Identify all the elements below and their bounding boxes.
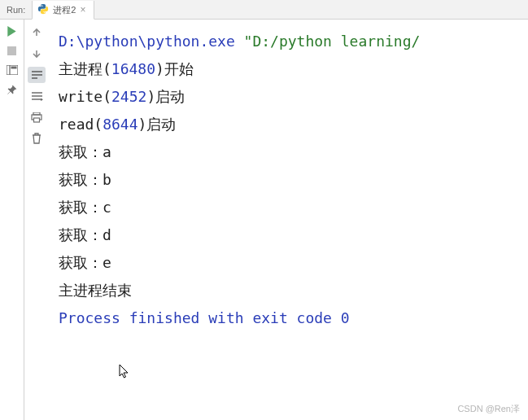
- run-tabbar: Run: 进程2 ×: [0, 0, 528, 20]
- run-panel-body: D:\python\python.exe "D:/python learning…: [0, 20, 528, 420]
- rerun-button[interactable]: [6, 24, 19, 37]
- left-tool-gutter: [0, 20, 24, 420]
- pin-button[interactable]: [6, 83, 19, 96]
- console-line: 获取：e: [59, 249, 521, 277]
- tab-title: 进程2: [53, 4, 76, 16]
- console-line: 获取：b: [59, 166, 521, 194]
- mouse-cursor-icon: [119, 361, 130, 389]
- console-line: write(2452)启动: [59, 83, 521, 111]
- console-tool-column: [24, 20, 49, 420]
- python-file-icon: [37, 3, 49, 16]
- console-line: 主进程(16480)开始: [59, 55, 521, 83]
- console-line: D:\python\python.exe "D:/python learning…: [59, 28, 521, 55]
- close-icon[interactable]: ×: [80, 4, 85, 15]
- console-line: read(8644)启动: [59, 111, 521, 138]
- svg-rect-3: [11, 67, 16, 69]
- run-tab-active[interactable]: 进程2 ×: [32, 1, 94, 20]
- scroll-to-end-button[interactable]: [28, 88, 46, 104]
- scroll-up-button[interactable]: [28, 24, 46, 41]
- print-button[interactable]: [28, 109, 46, 125]
- svg-rect-6: [34, 118, 40, 122]
- console-output[interactable]: D:\python\python.exe "D:/python learning…: [49, 20, 528, 420]
- scroll-down-button[interactable]: [28, 46, 46, 62]
- layout-settings-button[interactable]: [6, 63, 19, 77]
- console-line: 获取：a: [59, 138, 521, 166]
- soft-wrap-button[interactable]: [28, 67, 46, 83]
- console-line: 获取：c: [59, 194, 521, 221]
- console-line: 获取：d: [59, 221, 521, 249]
- console-line: 主进程结束: [59, 277, 521, 304]
- clear-all-button[interactable]: [28, 130, 46, 147]
- watermark: CSDN @Ren泽: [457, 403, 520, 415]
- stop-button[interactable]: [6, 44, 19, 57]
- console-line: Process finished with exit code 0: [59, 304, 521, 332]
- run-label: Run:: [0, 0, 32, 19]
- svg-rect-0: [7, 46, 16, 55]
